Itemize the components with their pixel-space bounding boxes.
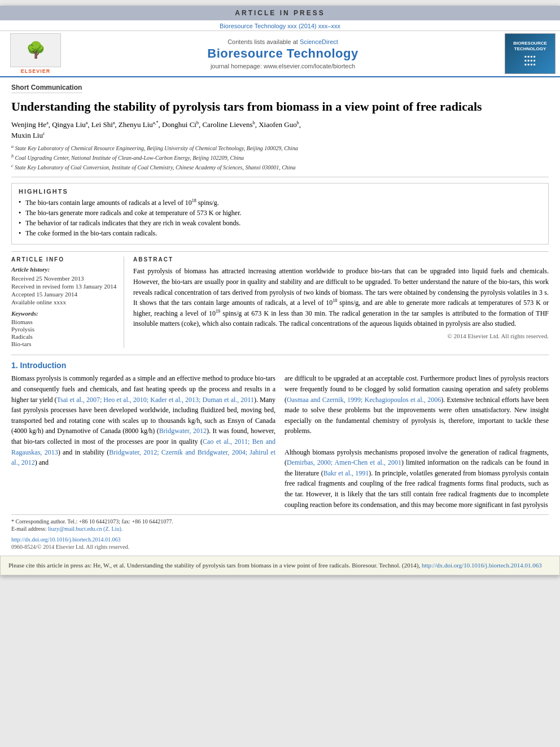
bioresource-logo-text: BIORESOURCETECHNOLOGY xyxy=(513,41,547,53)
authors-line: Wenjing Hea, Qingya Liua, Lei Shia, Zhen… xyxy=(11,119,549,141)
article-history-label: Article history: xyxy=(11,266,117,273)
intro-section: 1. Introduction Biomass pyrolysis is com… xyxy=(11,355,549,510)
article-info-title: ARTICLE INFO xyxy=(11,256,117,263)
affiliations: a State Key Laboratory of Chemical Resou… xyxy=(11,143,549,178)
citation-text: Please cite this article in press as: He… xyxy=(8,562,420,569)
email-link[interactable]: liuzy@mail.buct.edu.cn (Z. Liu). xyxy=(48,526,123,532)
corresponding-author-note: * Corresponding author. Tel.: +86 10 644… xyxy=(11,518,549,525)
ref-bridgwater[interactable]: Bridgwater, 2012 xyxy=(159,427,207,435)
sciencedirect-link[interactable]: ScienceDirect xyxy=(300,38,338,45)
abstract-col: ABSTRACT Fast pyrolysis of biomass has a… xyxy=(133,256,549,348)
keyword-radicals: Radicals xyxy=(11,333,117,340)
accepted-date: Accepted 15 January 2014 xyxy=(11,291,117,298)
affil-b: b Coal Upgrading Center, National Instit… xyxy=(11,153,549,162)
journal-center: Contents lists available at ScienceDirec… xyxy=(67,38,499,69)
doi-link-1[interactable]: http://dx.doi.org/10.1016/j.biortech.201… xyxy=(11,536,120,543)
footnotes: * Corresponding author. Tel.: +86 10 644… xyxy=(11,514,549,532)
citation-doi-link[interactable]: http://dx.doi.org/10.1016/j.biortech.201… xyxy=(422,562,542,569)
journal-title: Bioresource Technology xyxy=(67,46,499,61)
revised-date: Received in revised form 13 January 2014 xyxy=(11,283,117,290)
ref-tsai[interactable]: Tsai et al., 2007; Heo et al., 2010; Kad… xyxy=(57,396,254,404)
received-date: Received 25 November 2013 xyxy=(11,275,117,282)
article-info-col: ARTICLE INFO Article history: Received 2… xyxy=(11,256,124,348)
article-info-abstract: ARTICLE INFO Article history: Received 2… xyxy=(11,251,549,348)
highlights-list: The bio-tars contain large amounts of ra… xyxy=(19,198,541,238)
doi-links: http://dx.doi.org/10.1016/j.biortech.201… xyxy=(11,536,549,543)
keyword-biomass: Biomass xyxy=(11,318,117,325)
journal-logo-left: 🌳 ELSEVIER xyxy=(5,33,67,74)
email-label: E-mail address: xyxy=(11,526,46,532)
page: ARTICLE IN PRESS Bioresource Technology … xyxy=(0,6,560,575)
keywords-label: Keywords: xyxy=(11,310,117,317)
highlight-3: The behavior of tar radicals indicates t… xyxy=(19,219,541,228)
journal-contents-line: Contents lists available at ScienceDirec… xyxy=(67,38,499,45)
abstract-text: Fast pyrolysis of biomass has attracted … xyxy=(133,266,549,329)
bioresource-logo: BIORESOURCETECHNOLOGY ■ ■ ■ ■■ ■ ■ ■■ ■ … xyxy=(505,33,555,74)
aip-banner: ARTICLE IN PRESS xyxy=(0,6,560,20)
ref-bakr[interactable]: Bakr et al., 1991 xyxy=(323,469,369,477)
journal-banner: 🌳 ELSEVIER Contents lists available at S… xyxy=(0,31,560,77)
ref-oasmaa[interactable]: Oasmaa and Czernik, 1999; Kechagiopoulos… xyxy=(287,396,441,404)
intro-col-2: are difficult to be upgraded at an accep… xyxy=(285,373,549,510)
keyword-pyrolysis: Pyrolysis xyxy=(11,326,117,333)
journal-doi-text: Bioresource Technology xxx (2014) xxx–xx… xyxy=(220,23,340,29)
journal-doi-line: Bioresource Technology xxx (2014) xxx–xx… xyxy=(0,20,560,31)
intro-two-col: Biomass pyrolysis is commonly regarded a… xyxy=(11,373,549,510)
ref-demirbas[interactable]: Demirbas, 2000; Amen-Chen et al., 2001 xyxy=(287,458,401,466)
bioresource-logo-sub: ■ ■ ■ ■■ ■ ■ ■■ ■ ■ ■ xyxy=(524,55,536,67)
highlight-2: The bio-tars generate more radicals and … xyxy=(19,209,541,217)
abstract-copyright: © 2014 Elsevier Ltd. All rights reserved… xyxy=(133,333,549,339)
elsevier-tree-image: 🌳 xyxy=(10,33,61,67)
copyright-footer: 0960-8524/© 2014 Elsevier Ltd. All right… xyxy=(11,544,549,550)
citation-box: Please cite this article in press as: He… xyxy=(0,556,560,575)
highlights-title: HIGHLIGHTS xyxy=(19,188,541,195)
main-content: Short Communication Understanding the st… xyxy=(0,77,560,556)
highlight-4: The coke formed in the bio-tars contain … xyxy=(19,229,541,238)
tree-icon: 🌳 xyxy=(26,42,46,58)
highlight-1: The bio-tars contain large amounts of ra… xyxy=(19,198,541,207)
aip-banner-text: ARTICLE IN PRESS xyxy=(235,9,325,17)
journal-logo-right: BIORESOURCETECHNOLOGY ■ ■ ■ ■■ ■ ■ ■■ ■ … xyxy=(499,33,555,74)
contents-text: Contents lists available at xyxy=(228,38,298,45)
intro-heading: 1. Introduction xyxy=(11,361,549,370)
email-note: E-mail address: liuzy@mail.buct.edu.cn (… xyxy=(11,526,549,532)
highlights-section: HIGHLIGHTS The bio-tars contain large am… xyxy=(11,183,549,244)
available-online: Available online xxxx xyxy=(11,299,117,305)
article-title: Understanding the stability of pyrolysis… xyxy=(11,99,549,115)
affil-a: a State Key Laboratory of Chemical Resou… xyxy=(11,143,549,152)
affil-c: c State Key Laboratory of Coal Conversio… xyxy=(11,163,549,172)
elsevier-label: ELSEVIER xyxy=(21,68,51,74)
journal-homepage: journal homepage: www.elsevier.com/locat… xyxy=(67,63,499,69)
abstract-title: ABSTRACT xyxy=(133,256,549,263)
intro-col-1: Biomass pyrolysis is commonly regarded a… xyxy=(11,373,275,510)
article-type: Short Communication xyxy=(11,84,82,93)
elsevier-logo: 🌳 ELSEVIER xyxy=(5,33,67,74)
keyword-bio-tars: Bio-tars xyxy=(11,340,117,347)
